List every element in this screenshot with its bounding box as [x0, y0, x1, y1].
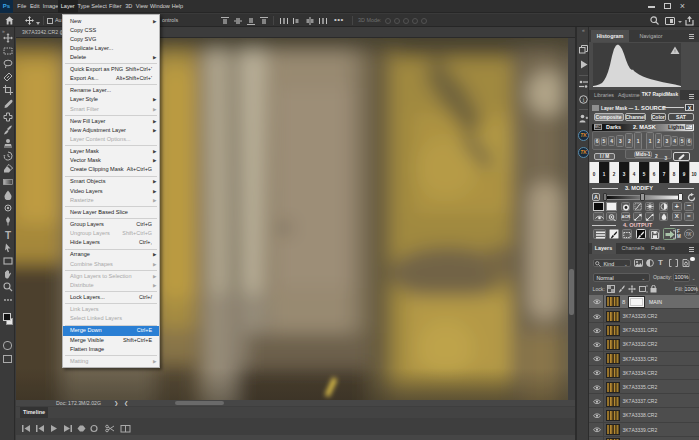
svg-text:i: i [583, 97, 585, 103]
svg-text:T: T [5, 230, 11, 240]
